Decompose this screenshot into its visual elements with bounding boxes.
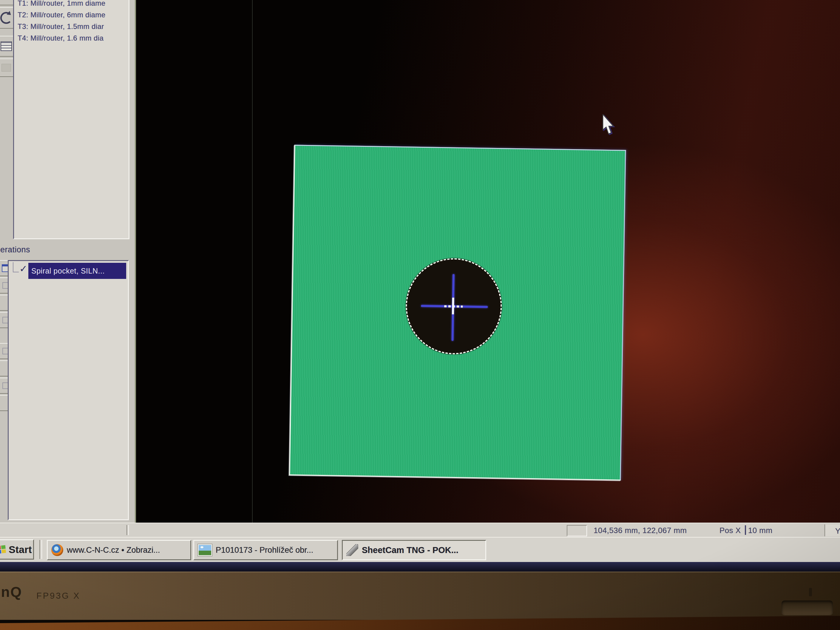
pos-x-input[interactable]: 10 mm	[748, 526, 772, 535]
grid-icon	[1, 41, 12, 51]
canvas-edge-line	[252, 0, 253, 523]
monitor-model-label: FP93G X	[36, 591, 80, 601]
status-bar: 104,536 mm, 122,067 mm Pos X 10 mm Y	[0, 523, 840, 537]
tool-item[interactable]: T2: Mill/router, 6mm diame	[17, 9, 129, 21]
start-button[interactable]: Start	[0, 539, 34, 560]
firefox-icon	[51, 544, 63, 556]
taskbar-button-firefox[interactable]: www.C-N-C.cz • Zobrazi...	[47, 540, 191, 560]
swatch-button[interactable]	[0, 0, 15, 5]
start-label: Start	[9, 544, 32, 556]
drawing-canvas[interactable]	[136, 0, 840, 523]
disabled-tool-button[interactable]	[0, 58, 15, 77]
tools-list[interactable]: T1: Mill/router, 1mm diame T2: Mill/rout…	[13, 0, 129, 239]
tool-item[interactable]: T1: Mill/router, 1mm diame	[17, 0, 129, 9]
operations-list[interactable]: ✓ Spiral pocket, SILN...	[8, 260, 129, 520]
taskbar-button-sheetcam[interactable]: SheetCam TNG - POK...	[342, 540, 486, 560]
pos-y-label: Y	[835, 526, 840, 536]
screen-bottom-edge	[0, 562, 840, 572]
taskbar-divider	[39, 540, 42, 559]
operations-panel-label: Operations	[0, 245, 30, 254]
tool-item[interactable]: T3: Mill/router, 1.5mm diar	[17, 21, 129, 32]
pos-x-label: Pos X	[720, 526, 741, 535]
monitor-brand-logo: BenQ	[0, 584, 22, 600]
tool-item[interactable]: T4: Mill/router, 1.6 mm dia	[17, 32, 129, 44]
tree-connector	[13, 272, 19, 272]
part-outline-square	[289, 145, 626, 480]
mouse-cursor-icon	[602, 114, 615, 136]
sheetcam-icon	[346, 544, 358, 556]
power-button	[782, 600, 833, 615]
power-indicator	[809, 588, 812, 596]
refresh-button[interactable]	[0, 7, 15, 28]
task-label: P1010173 - Prohlížeč obr...	[216, 546, 313, 555]
crosshair-center-horizontal	[444, 305, 463, 308]
tree-connector	[13, 262, 13, 272]
operation-checkbox[interactable]: ✓	[19, 264, 27, 273]
task-label: www.C-N-C.cz • Zobrazi...	[67, 546, 160, 555]
operation-item-selected[interactable]: Spiral pocket, SILN...	[28, 263, 126, 279]
status-divider	[126, 525, 129, 535]
pos-y-field[interactable]: Y	[824, 524, 840, 536]
sidebar: T1: Mill/router, 1mm diame T2: Mill/rout…	[0, 0, 136, 523]
taskbar: Start www.C-N-C.cz • Zobrazi... P1010173…	[0, 537, 840, 562]
status-panel	[567, 525, 587, 536]
text-caret	[745, 525, 746, 535]
screen: T1: Mill/router, 1mm diame T2: Mill/rout…	[0, 0, 840, 572]
windows-flag-icon	[0, 545, 6, 554]
taskbar-button-image-viewer[interactable]: P1010173 - Prohlížeč obr...	[193, 540, 338, 560]
monitor-bezel: BenQ FP93G X	[0, 572, 840, 620]
monitor-photo: T1: Mill/router, 1mm diame T2: Mill/rout…	[0, 0, 840, 630]
faded-tool-icon	[2, 64, 11, 72]
cursor-coordinates: 104,536 mm, 122,067 mm	[594, 526, 687, 535]
task-label: SheetCam TNG - POK...	[362, 545, 458, 555]
grid-button[interactable]	[0, 36, 15, 57]
image-viewer-icon	[198, 544, 212, 556]
refresh-icon	[0, 12, 12, 24]
